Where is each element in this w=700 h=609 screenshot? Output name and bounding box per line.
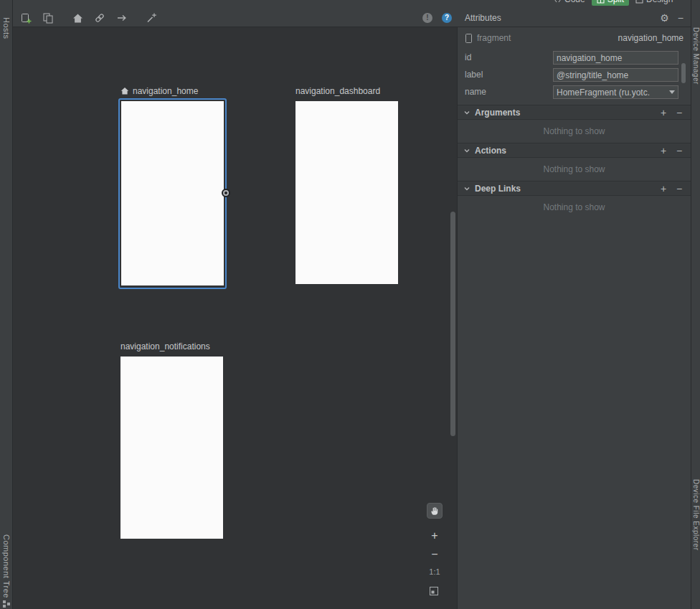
action-connector-handle[interactable] <box>222 189 230 197</box>
start-destination-button[interactable] <box>70 11 85 25</box>
hide-panel-icon[interactable]: − <box>678 13 684 23</box>
component-type: fragment <box>477 33 511 43</box>
auto-arrange-button[interactable] <box>144 11 159 25</box>
component-tree-icon[interactable] <box>2 600 11 608</box>
name-field-label: name <box>465 85 486 99</box>
zoom-to-fit-icon <box>429 586 440 596</box>
field-row-label: label <box>458 68 691 82</box>
code-icon <box>554 0 562 4</box>
canvas-toolbar <box>19 9 159 27</box>
label-input[interactable] <box>553 68 678 82</box>
add-destination-icon <box>20 12 32 24</box>
tool-window-device-manager[interactable]: Device Manager <box>692 27 700 85</box>
deep-link-icon <box>94 12 105 24</box>
destination-label-notifications[interactable]: navigation_notifications <box>120 341 210 352</box>
panel-scrollbar-thumb[interactable] <box>681 63 686 83</box>
canvas-scrollbar-thumb[interactable] <box>450 212 455 436</box>
action-button[interactable] <box>115 11 129 25</box>
destination-label-home[interactable]: navigation_home <box>120 85 198 97</box>
nested-graph-icon <box>42 12 54 24</box>
pan-button[interactable] <box>427 503 443 519</box>
toolbar-right-group: ! ? <box>422 9 452 27</box>
design-icon <box>635 0 643 4</box>
attributes-title: Attributes <box>465 13 651 23</box>
attributes-header: Attributes ⚙ − <box>458 9 691 27</box>
add-destination-button[interactable] <box>19 11 33 25</box>
editor-mode-tabs: Code Split Design <box>551 0 691 7</box>
component-summary-row: fragment navigation_home <box>458 32 691 44</box>
id-field-label: id <box>465 51 471 65</box>
right-tool-stripe: Device Manager Device File Explorer <box>691 0 700 609</box>
split-icon <box>597 0 605 4</box>
chevron-down-icon <box>463 147 470 154</box>
tool-window-device-file-explorer[interactable]: Device File Explorer <box>692 479 700 550</box>
arguments-empty-text: Nothing to show <box>458 120 691 143</box>
deep-link-button[interactable] <box>93 11 107 25</box>
add-argument-button[interactable]: + <box>658 108 669 118</box>
chevron-down-icon <box>463 109 470 116</box>
destination-label-dashboard[interactable]: navigation_dashboard <box>295 85 380 97</box>
nested-graph-button[interactable] <box>41 11 55 25</box>
zoom-to-fit-button[interactable] <box>429 586 440 598</box>
actions-empty-text: Nothing to show <box>458 158 691 181</box>
destination-preview-notifications[interactable] <box>120 357 223 539</box>
home-icon <box>72 13 83 24</box>
deep-links-empty-text: Nothing to show <box>458 196 691 219</box>
attributes-panel: fragment navigation_home id label name H… <box>458 27 691 609</box>
chevron-down-icon <box>666 86 678 98</box>
start-destination-home-icon <box>120 87 129 95</box>
remove-deep-link-button[interactable]: − <box>673 184 685 194</box>
section-header-actions[interactable]: Actions + − <box>458 143 691 158</box>
chevron-down-icon <box>463 185 470 192</box>
tab-split[interactable]: Split <box>592 0 629 6</box>
component-id: navigation_home <box>618 33 684 43</box>
gear-icon[interactable]: ⚙ <box>660 13 669 23</box>
field-row-name: name HomeFragment (ru.yotc. <box>458 85 691 99</box>
action-arrow-icon <box>116 12 128 24</box>
zoom-out-button[interactable]: − <box>427 548 442 561</box>
zoom-in-button[interactable]: + <box>427 529 442 542</box>
auto-arrange-icon <box>146 12 157 24</box>
error-indicator-icon[interactable]: ! <box>422 13 432 23</box>
tool-window-component-tree[interactable]: Component Tree <box>2 534 11 598</box>
id-input[interactable] <box>553 51 678 65</box>
help-icon[interactable]: ? <box>442 13 452 23</box>
fragment-icon <box>465 33 473 44</box>
zoom-actual-size-button[interactable]: 1:1 <box>427 567 443 576</box>
destination-preview-home[interactable] <box>121 101 224 285</box>
destination-preview-dashboard[interactable] <box>295 101 398 284</box>
tab-code[interactable]: Code <box>554 0 585 4</box>
navigation-editor: ! ? Attributes ⚙ − Code Split <box>0 0 700 609</box>
name-dropdown[interactable]: HomeFragment (ru.yotc. <box>553 85 678 99</box>
remove-argument-button[interactable]: − <box>673 108 685 118</box>
field-row-id: id <box>458 51 691 65</box>
add-deep-link-button[interactable]: + <box>658 184 669 194</box>
remove-action-button[interactable]: − <box>673 146 685 156</box>
section-header-arguments[interactable]: Arguments + − <box>458 105 691 120</box>
left-tool-stripe: Hosts Component Tree <box>0 0 13 609</box>
attribute-sections: Arguments + − Nothing to show Actions + … <box>458 105 691 219</box>
add-action-button[interactable]: + <box>658 146 669 156</box>
label-field-label: label <box>465 68 483 82</box>
tool-window-hosts[interactable]: Hosts <box>2 17 11 39</box>
hand-icon <box>430 506 440 516</box>
tab-design[interactable]: Design <box>635 0 673 4</box>
section-header-deep-links[interactable]: Deep Links + − <box>458 181 691 196</box>
